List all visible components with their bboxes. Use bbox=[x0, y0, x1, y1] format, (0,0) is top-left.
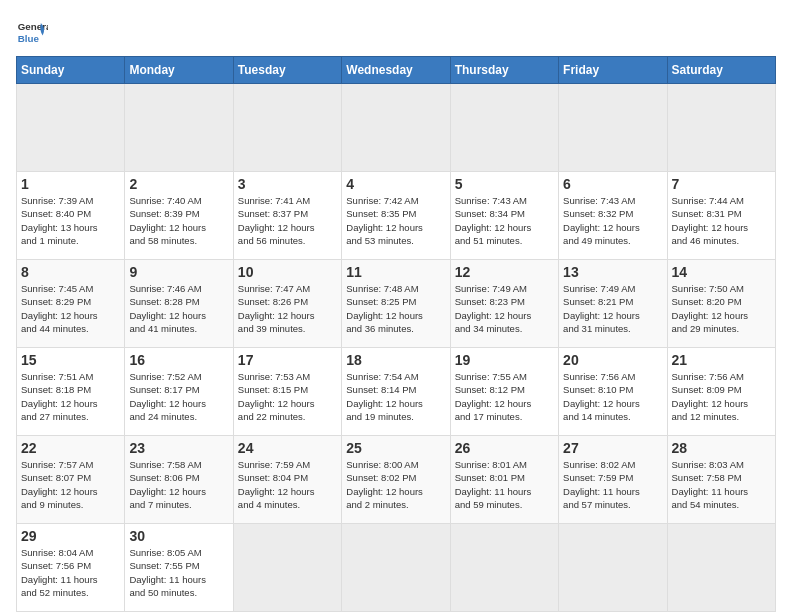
day-number: 12 bbox=[455, 264, 554, 280]
calendar-day-cell bbox=[342, 84, 450, 172]
day-info: Sunrise: 7:49 AM Sunset: 8:23 PM Dayligh… bbox=[455, 282, 554, 335]
day-info: Sunrise: 7:42 AM Sunset: 8:35 PM Dayligh… bbox=[346, 194, 445, 247]
svg-text:Blue: Blue bbox=[18, 33, 40, 44]
calendar-day-cell: 10Sunrise: 7:47 AM Sunset: 8:26 PM Dayli… bbox=[233, 260, 341, 348]
calendar-day-cell: 28Sunrise: 8:03 AM Sunset: 7:58 PM Dayli… bbox=[667, 436, 775, 524]
calendar-week-row: 15Sunrise: 7:51 AM Sunset: 8:18 PM Dayli… bbox=[17, 348, 776, 436]
calendar-day-cell: 12Sunrise: 7:49 AM Sunset: 8:23 PM Dayli… bbox=[450, 260, 558, 348]
day-number: 7 bbox=[672, 176, 771, 192]
day-number: 19 bbox=[455, 352, 554, 368]
day-number: 27 bbox=[563, 440, 662, 456]
day-info: Sunrise: 7:41 AM Sunset: 8:37 PM Dayligh… bbox=[238, 194, 337, 247]
calendar-day-cell bbox=[450, 524, 558, 612]
day-info: Sunrise: 7:56 AM Sunset: 8:09 PM Dayligh… bbox=[672, 370, 771, 423]
day-info: Sunrise: 8:03 AM Sunset: 7:58 PM Dayligh… bbox=[672, 458, 771, 511]
calendar-day-cell bbox=[233, 84, 341, 172]
day-info: Sunrise: 7:46 AM Sunset: 8:28 PM Dayligh… bbox=[129, 282, 228, 335]
day-number: 24 bbox=[238, 440, 337, 456]
day-number: 6 bbox=[563, 176, 662, 192]
calendar-body: 1Sunrise: 7:39 AM Sunset: 8:40 PM Daylig… bbox=[17, 84, 776, 612]
day-info: Sunrise: 7:49 AM Sunset: 8:21 PM Dayligh… bbox=[563, 282, 662, 335]
day-number: 4 bbox=[346, 176, 445, 192]
calendar-header-row: SundayMondayTuesdayWednesdayThursdayFrid… bbox=[17, 57, 776, 84]
day-number: 10 bbox=[238, 264, 337, 280]
calendar-day-cell: 18Sunrise: 7:54 AM Sunset: 8:14 PM Dayli… bbox=[342, 348, 450, 436]
day-info: Sunrise: 8:02 AM Sunset: 7:59 PM Dayligh… bbox=[563, 458, 662, 511]
calendar-day-cell: 2Sunrise: 7:40 AM Sunset: 8:39 PM Daylig… bbox=[125, 172, 233, 260]
logo: General Blue bbox=[16, 16, 48, 48]
calendar-day-cell: 6Sunrise: 7:43 AM Sunset: 8:32 PM Daylig… bbox=[559, 172, 667, 260]
calendar-day-cell: 11Sunrise: 7:48 AM Sunset: 8:25 PM Dayli… bbox=[342, 260, 450, 348]
day-info: Sunrise: 7:47 AM Sunset: 8:26 PM Dayligh… bbox=[238, 282, 337, 335]
day-number: 22 bbox=[21, 440, 120, 456]
day-info: Sunrise: 8:04 AM Sunset: 7:56 PM Dayligh… bbox=[21, 546, 120, 599]
calendar-day-cell: 9Sunrise: 7:46 AM Sunset: 8:28 PM Daylig… bbox=[125, 260, 233, 348]
header-cell-wednesday: Wednesday bbox=[342, 57, 450, 84]
calendar-day-cell: 16Sunrise: 7:52 AM Sunset: 8:17 PM Dayli… bbox=[125, 348, 233, 436]
calendar-day-cell: 24Sunrise: 7:59 AM Sunset: 8:04 PM Dayli… bbox=[233, 436, 341, 524]
calendar-day-cell: 21Sunrise: 7:56 AM Sunset: 8:09 PM Dayli… bbox=[667, 348, 775, 436]
calendar-day-cell: 13Sunrise: 7:49 AM Sunset: 8:21 PM Dayli… bbox=[559, 260, 667, 348]
calendar-day-cell: 30Sunrise: 8:05 AM Sunset: 7:55 PM Dayli… bbox=[125, 524, 233, 612]
day-info: Sunrise: 7:45 AM Sunset: 8:29 PM Dayligh… bbox=[21, 282, 120, 335]
day-number: 9 bbox=[129, 264, 228, 280]
header-cell-monday: Monday bbox=[125, 57, 233, 84]
header-cell-tuesday: Tuesday bbox=[233, 57, 341, 84]
day-info: Sunrise: 7:48 AM Sunset: 8:25 PM Dayligh… bbox=[346, 282, 445, 335]
logo-icon: General Blue bbox=[16, 16, 48, 48]
calendar-day-cell: 25Sunrise: 8:00 AM Sunset: 8:02 PM Dayli… bbox=[342, 436, 450, 524]
day-number: 3 bbox=[238, 176, 337, 192]
day-info: Sunrise: 7:50 AM Sunset: 8:20 PM Dayligh… bbox=[672, 282, 771, 335]
calendar-week-row: 22Sunrise: 7:57 AM Sunset: 8:07 PM Dayli… bbox=[17, 436, 776, 524]
calendar-day-cell bbox=[233, 524, 341, 612]
header-cell-thursday: Thursday bbox=[450, 57, 558, 84]
calendar-week-row: 1Sunrise: 7:39 AM Sunset: 8:40 PM Daylig… bbox=[17, 172, 776, 260]
day-info: Sunrise: 7:51 AM Sunset: 8:18 PM Dayligh… bbox=[21, 370, 120, 423]
day-number: 8 bbox=[21, 264, 120, 280]
header: General Blue bbox=[16, 16, 776, 48]
calendar-day-cell bbox=[342, 524, 450, 612]
calendar-day-cell: 7Sunrise: 7:44 AM Sunset: 8:31 PM Daylig… bbox=[667, 172, 775, 260]
day-number: 23 bbox=[129, 440, 228, 456]
calendar-day-cell bbox=[559, 524, 667, 612]
day-info: Sunrise: 8:05 AM Sunset: 7:55 PM Dayligh… bbox=[129, 546, 228, 599]
day-info: Sunrise: 7:44 AM Sunset: 8:31 PM Dayligh… bbox=[672, 194, 771, 247]
day-info: Sunrise: 8:01 AM Sunset: 8:01 PM Dayligh… bbox=[455, 458, 554, 511]
calendar-day-cell bbox=[667, 524, 775, 612]
calendar-table: SundayMondayTuesdayWednesdayThursdayFrid… bbox=[16, 56, 776, 612]
day-number: 28 bbox=[672, 440, 771, 456]
calendar-day-cell: 27Sunrise: 8:02 AM Sunset: 7:59 PM Dayli… bbox=[559, 436, 667, 524]
day-number: 16 bbox=[129, 352, 228, 368]
day-info: Sunrise: 7:39 AM Sunset: 8:40 PM Dayligh… bbox=[21, 194, 120, 247]
calendar-day-cell bbox=[559, 84, 667, 172]
day-info: Sunrise: 7:56 AM Sunset: 8:10 PM Dayligh… bbox=[563, 370, 662, 423]
calendar-day-cell: 26Sunrise: 8:01 AM Sunset: 8:01 PM Dayli… bbox=[450, 436, 558, 524]
calendar-day-cell: 19Sunrise: 7:55 AM Sunset: 8:12 PM Dayli… bbox=[450, 348, 558, 436]
calendar-day-cell: 23Sunrise: 7:58 AM Sunset: 8:06 PM Dayli… bbox=[125, 436, 233, 524]
calendar-day-cell: 14Sunrise: 7:50 AM Sunset: 8:20 PM Dayli… bbox=[667, 260, 775, 348]
day-info: Sunrise: 7:52 AM Sunset: 8:17 PM Dayligh… bbox=[129, 370, 228, 423]
calendar-day-cell bbox=[125, 84, 233, 172]
day-number: 2 bbox=[129, 176, 228, 192]
calendar-day-cell: 20Sunrise: 7:56 AM Sunset: 8:10 PM Dayli… bbox=[559, 348, 667, 436]
day-number: 17 bbox=[238, 352, 337, 368]
calendar-day-cell: 29Sunrise: 8:04 AM Sunset: 7:56 PM Dayli… bbox=[17, 524, 125, 612]
day-number: 13 bbox=[563, 264, 662, 280]
day-info: Sunrise: 7:40 AM Sunset: 8:39 PM Dayligh… bbox=[129, 194, 228, 247]
calendar-day-cell: 3Sunrise: 7:41 AM Sunset: 8:37 PM Daylig… bbox=[233, 172, 341, 260]
calendar-day-cell: 22Sunrise: 7:57 AM Sunset: 8:07 PM Dayli… bbox=[17, 436, 125, 524]
calendar-week-row bbox=[17, 84, 776, 172]
calendar-day-cell bbox=[450, 84, 558, 172]
calendar-week-row: 8Sunrise: 7:45 AM Sunset: 8:29 PM Daylig… bbox=[17, 260, 776, 348]
header-cell-sunday: Sunday bbox=[17, 57, 125, 84]
day-number: 21 bbox=[672, 352, 771, 368]
day-number: 30 bbox=[129, 528, 228, 544]
day-number: 20 bbox=[563, 352, 662, 368]
calendar-day-cell: 4Sunrise: 7:42 AM Sunset: 8:35 PM Daylig… bbox=[342, 172, 450, 260]
header-cell-friday: Friday bbox=[559, 57, 667, 84]
day-info: Sunrise: 7:57 AM Sunset: 8:07 PM Dayligh… bbox=[21, 458, 120, 511]
calendar-day-cell: 5Sunrise: 7:43 AM Sunset: 8:34 PM Daylig… bbox=[450, 172, 558, 260]
day-number: 5 bbox=[455, 176, 554, 192]
day-info: Sunrise: 7:43 AM Sunset: 8:34 PM Dayligh… bbox=[455, 194, 554, 247]
calendar-week-row: 29Sunrise: 8:04 AM Sunset: 7:56 PM Dayli… bbox=[17, 524, 776, 612]
